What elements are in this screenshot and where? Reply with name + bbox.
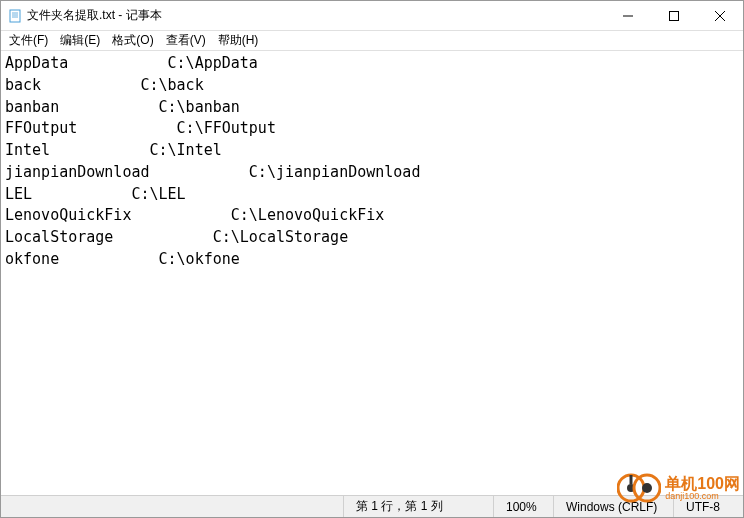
notepad-window: 文件夹名提取.txt - 记事本 文件(F) 编辑(E) 格式(O) 查看(V)… (0, 0, 744, 518)
window-title: 文件夹名提取.txt - 记事本 (27, 7, 605, 24)
notepad-icon (7, 8, 23, 24)
menu-help[interactable]: 帮助(H) (212, 30, 265, 51)
menu-file[interactable]: 文件(F) (3, 30, 54, 51)
close-button[interactable] (697, 1, 743, 30)
statusbar: 第 1 行，第 1 列 100% Windows (CRLF) UTF-8 (1, 495, 743, 517)
minimize-button[interactable] (605, 1, 651, 30)
menu-format[interactable]: 格式(O) (106, 30, 159, 51)
menubar: 文件(F) 编辑(E) 格式(O) 查看(V) 帮助(H) (1, 31, 743, 51)
svg-rect-0 (10, 10, 20, 22)
status-zoom: 100% (493, 496, 553, 517)
status-position: 第 1 行，第 1 列 (343, 496, 493, 517)
titlebar: 文件夹名提取.txt - 记事本 (1, 1, 743, 31)
menu-view[interactable]: 查看(V) (160, 30, 212, 51)
text-area[interactable]: AppData C:\AppData back C:\back banban C… (1, 51, 743, 495)
maximize-button[interactable] (651, 1, 697, 30)
svg-rect-5 (670, 11, 679, 20)
menu-edit[interactable]: 编辑(E) (54, 30, 106, 51)
status-eol: Windows (CRLF) (553, 496, 673, 517)
window-controls (605, 1, 743, 30)
status-encoding: UTF-8 (673, 496, 743, 517)
